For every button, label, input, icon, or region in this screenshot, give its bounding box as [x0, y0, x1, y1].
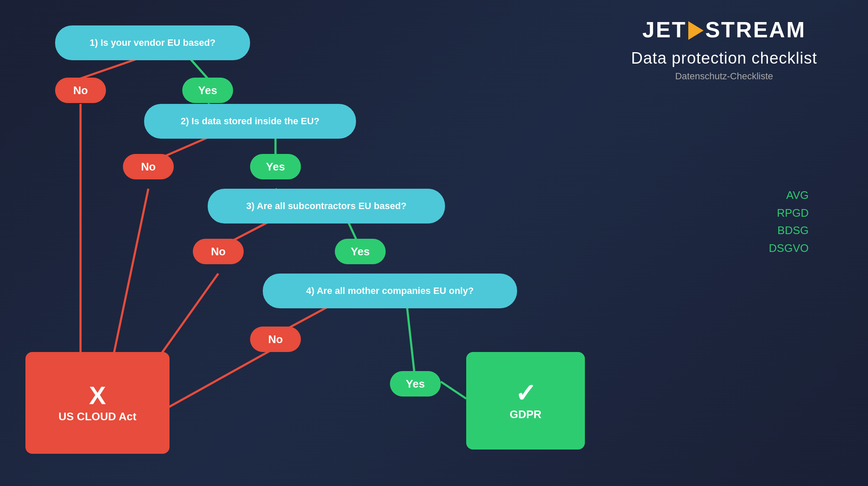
answer-no-3: No — [193, 239, 244, 264]
page-subtitle: Datenschutz-Checkliste — [631, 71, 817, 82]
logo-stream: STREAM — [705, 17, 806, 42]
compliance-labels: AVG RPGD BDSG DSGVO — [769, 187, 809, 257]
logo-arrow-icon — [688, 21, 704, 40]
compliance-bdsg: BDSG — [769, 222, 809, 240]
svg-line-15 — [407, 305, 415, 382]
question-3: 3) Are all subcontractors EU based? — [208, 189, 445, 223]
logo-jet: JET — [643, 17, 687, 42]
logo: JET STREAM — [631, 17, 817, 42]
svg-line-14 — [161, 348, 275, 411]
answer-no-4: No — [250, 327, 301, 352]
good-symbol: ✓ — [515, 381, 536, 406]
svg-line-0 — [191, 59, 208, 78]
question-2: 2) Is data stored inside the EU? — [144, 104, 356, 139]
answer-yes-1: Yes — [182, 78, 233, 103]
svg-line-6 — [110, 189, 148, 371]
answer-no-2: No — [123, 154, 174, 179]
svg-line-16 — [441, 382, 466, 399]
page-title: Data protection checklist — [631, 49, 817, 67]
good-label: GDPR — [509, 408, 541, 421]
main-container: JET STREAM Data protection checklist Dat… — [0, 0, 868, 486]
bad-symbol: X — [89, 383, 106, 408]
compliance-dsgvo: DSGVO — [769, 240, 809, 257]
outcome-bad: X US CLOUD Act — [25, 352, 170, 454]
answer-yes-2: Yes — [250, 154, 301, 179]
compliance-avg: AVG — [769, 187, 809, 204]
question-1: 1) Is your vendor EU based? — [55, 25, 250, 60]
bad-label: US CLOUD Act — [58, 410, 136, 423]
svg-line-2 — [81, 59, 136, 78]
logo-area: JET STREAM Data protection checklist Dat… — [631, 17, 817, 82]
answer-yes-4: Yes — [390, 371, 441, 397]
answer-no-1: No — [55, 78, 106, 103]
compliance-rpgd: RPGD — [769, 204, 809, 222]
outcome-good: ✓ GDPR — [466, 352, 585, 450]
question-4: 4) Are all mother companies EU only? — [263, 274, 517, 308]
answer-yes-3: Yes — [335, 239, 386, 264]
